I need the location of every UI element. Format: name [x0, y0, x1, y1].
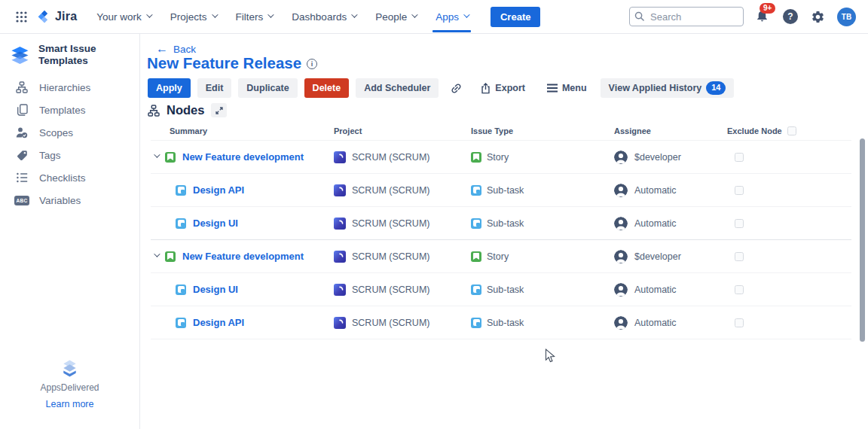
sidebar-item-variables[interactable]: ABC Variables — [0, 189, 139, 211]
add-scheduler-button[interactable]: Add Scheduler — [356, 78, 439, 98]
assignee-name: $developer — [634, 251, 681, 262]
link-icon — [448, 79, 466, 97]
settings-button[interactable] — [809, 8, 826, 25]
project-avatar-icon — [334, 184, 346, 196]
notifications-button[interactable]: 9+ — [755, 8, 772, 25]
learn-more-link[interactable]: Learn more — [46, 399, 94, 409]
story-icon — [471, 251, 481, 262]
apply-button[interactable]: Apply — [148, 78, 191, 98]
issue-summary-link[interactable]: New Feature development — [182, 151, 304, 163]
sidebar-nav: Hierarchies Templates — [0, 76, 139, 211]
primary-nav: Your work Projects Filters Dashboards Pe… — [96, 11, 468, 23]
assignee-name: $developer — [634, 152, 681, 163]
issue-summary-link[interactable]: New Feature development — [182, 251, 304, 262]
nav-item-apps[interactable]: Apps — [436, 11, 468, 23]
variables-icon: ABC — [15, 196, 29, 205]
subtask-icon — [176, 185, 186, 196]
exclude-node-checkbox[interactable] — [735, 252, 744, 261]
nav-right-group: 9+ ? TB — [629, 7, 856, 26]
table-row: Design API SCRUM (SCRUM) Sub-task — [151, 306, 851, 339]
chevron-down-icon[interactable] — [152, 154, 160, 161]
column-header-assignee: Assignee — [609, 126, 714, 135]
sidebar-item-scopes[interactable]: Scopes — [0, 121, 139, 144]
user-avatar[interactable]: TB — [837, 8, 856, 26]
appsdelivered-logo-icon — [60, 360, 80, 378]
checklist-icon — [15, 172, 29, 183]
nodes-section-header: Nodes — [148, 103, 227, 117]
copy-link-button[interactable] — [445, 76, 469, 101]
menu-button[interactable]: Menu — [543, 78, 591, 98]
table-row: Design UI SCRUM (SCRUM) Sub-task — [151, 206, 851, 239]
sidebar-app-header[interactable]: Smart Issue Templates — [0, 34, 139, 76]
exclude-node-checkbox[interactable] — [735, 186, 744, 195]
jira-logo[interactable]: Jira — [38, 10, 77, 23]
nav-item-filters[interactable]: Filters — [236, 11, 273, 23]
duplicate-button[interactable]: Duplicate — [238, 78, 297, 98]
sidebar-app-title: Smart Issue Templates — [38, 43, 132, 66]
story-icon — [471, 152, 481, 163]
templates-icon — [15, 104, 29, 116]
back-link[interactable]: ← Back — [156, 43, 196, 55]
assignee-name: Automatic — [634, 318, 677, 328]
nav-item-people[interactable]: People — [375, 11, 416, 23]
table-row: Design UI SCRUM (SCRUM) Sub-task — [151, 272, 851, 306]
global-search — [629, 7, 744, 26]
assignee-avatar-icon — [614, 316, 628, 330]
vertical-scrollbar[interactable] — [860, 138, 865, 342]
chevron-down-icon[interactable] — [152, 253, 160, 260]
grid-dots-icon — [16, 11, 27, 23]
sidebar-item-checklists[interactable]: Checklists — [0, 166, 139, 189]
export-button[interactable]: Export — [477, 78, 529, 98]
nav-item-projects[interactable]: Projects — [170, 11, 216, 23]
help-button[interactable]: ? — [783, 9, 798, 24]
exclude-node-checkbox[interactable] — [735, 318, 744, 327]
subtask-icon — [471, 218, 481, 229]
exclude-node-checkbox[interactable] — [735, 285, 744, 294]
assignee-avatar-icon — [614, 217, 628, 230]
nodes-title: Nodes — [167, 103, 204, 117]
column-header-issue-type: Issue Type — [466, 126, 609, 135]
issue-summary-link[interactable]: Design UI — [193, 218, 238, 229]
column-header-project: Project — [329, 126, 466, 135]
sidebar-item-hierarchies[interactable]: Hierarchies — [0, 76, 139, 99]
project-name: SCRUM (SCRUM) — [352, 318, 429, 328]
project-name: SCRUM (SCRUM) — [352, 251, 429, 262]
project-avatar-icon — [334, 251, 346, 263]
exclude-node-checkbox[interactable] — [735, 219, 744, 228]
edit-button[interactable]: Edit — [197, 78, 232, 98]
table-header-row: Summary Project Issue Type Assignee Excl… — [151, 122, 851, 140]
issue-summary-link[interactable]: Design API — [193, 317, 244, 328]
view-applied-history-button[interactable]: View Applied History 14 — [601, 78, 735, 98]
notification-count-badge: 9+ — [760, 3, 775, 14]
export-icon — [481, 83, 491, 94]
assignee-avatar-icon — [614, 184, 628, 197]
expand-icon — [215, 107, 223, 114]
column-header-summary: Summary — [151, 126, 329, 135]
search-input[interactable] — [629, 7, 744, 26]
info-icon[interactable]: i — [307, 59, 317, 69]
chevron-down-icon — [351, 11, 357, 17]
project-avatar-icon — [334, 284, 346, 296]
chevron-down-icon — [212, 11, 218, 17]
issue-type-name: Sub-task — [487, 185, 524, 196]
subtask-icon — [471, 284, 481, 295]
nav-item-your-work[interactable]: Your work — [96, 11, 151, 23]
subtask-icon — [176, 218, 186, 229]
exclude-all-checkbox[interactable] — [787, 126, 796, 135]
issue-summary-link[interactable]: Design API — [193, 184, 244, 196]
delete-button[interactable]: Delete — [304, 78, 350, 98]
sidebar-item-tags[interactable]: Tags — [0, 144, 139, 166]
project-name: SCRUM (SCRUM) — [352, 185, 429, 196]
smart-issue-templates-icon — [9, 45, 31, 65]
sidebar-item-templates[interactable]: Templates — [0, 99, 139, 121]
project-avatar-icon — [334, 218, 346, 230]
nav-item-dashboards[interactable]: Dashboards — [292, 11, 356, 23]
expand-nodes-button[interactable] — [211, 103, 227, 117]
issue-summary-link[interactable]: Design UI — [193, 284, 238, 295]
exclude-node-checkbox[interactable] — [735, 153, 744, 162]
app-switcher-icon[interactable] — [12, 8, 30, 26]
table-row: New Feature development SCRUM (SCRUM) St… — [151, 140, 851, 173]
chevron-down-icon — [146, 11, 152, 17]
create-button[interactable]: Create — [491, 7, 540, 27]
column-header-exclude-node: Exclude Node — [714, 126, 851, 135]
